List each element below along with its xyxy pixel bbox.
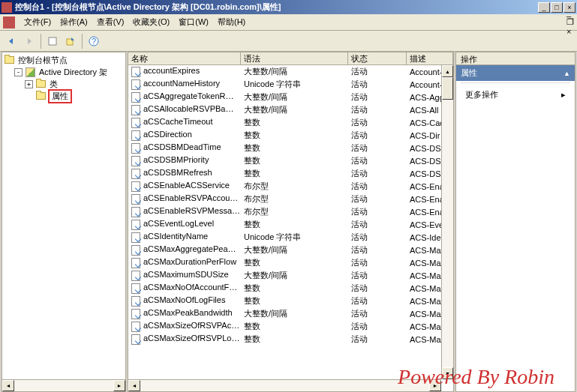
list-item[interactable]: aCSAllocableRSVPBa…大整数/间隔活动ACS-All [128, 103, 453, 116]
action-title-label: 属性 [461, 67, 477, 79]
cell-name: aCSMaxNoOfLogFiles [143, 295, 225, 304]
list-item[interactable]: aCSEnableACSService布尔型活动ACS-Ena [128, 180, 453, 193]
folder-icon [4, 55, 14, 65]
list-item[interactable]: aCSMaximumSDUSize大整数/间隔活动ACS-Max [128, 269, 453, 282]
cell-syntax: 整数 [241, 257, 348, 268]
tree-hscroll[interactable]: ◄ ► [2, 379, 125, 391]
col-desc[interactable]: 描述 [407, 52, 453, 64]
attribute-icon [131, 181, 142, 192]
cell-syntax: 布尔型 [241, 181, 348, 192]
tree-attributes-label: 属性 [50, 91, 70, 100]
list-item[interactable]: aCSMaxSizeOfRSVPAc…整数活动ACS-Max [128, 320, 453, 333]
col-syntax[interactable]: 语法 [241, 52, 348, 64]
menu-view[interactable]: 查看(V) [92, 15, 129, 29]
list-item[interactable]: aCSEventLogLevel整数活动ACS-Eve [128, 218, 453, 231]
cell-name: aCSMaxNoOfAccountF… [143, 283, 237, 292]
cell-status: 活动 [348, 334, 407, 345]
collapse-icon[interactable]: - [14, 68, 23, 76]
tree-root[interactable]: 控制台根节点 [4, 54, 124, 66]
list-item[interactable]: aCSCacheTimeout整数活动ACS-Cac [128, 116, 453, 129]
cell-name: accountExpires [143, 66, 200, 75]
menu-action[interactable]: 操作(A) [56, 15, 92, 29]
list-item[interactable]: aCSEnableRSVPMessa…布尔型活动ACS-Ena [128, 205, 453, 218]
list-item[interactable]: aCSDirection整数活动ACS-Dir [128, 129, 453, 142]
scroll-left-icon[interactable]: ◄ [128, 380, 140, 391]
scroll-up-icon[interactable]: ▲ [442, 65, 453, 77]
menu-help[interactable]: 帮助(H) [213, 15, 250, 29]
cell-status: 活动 [348, 91, 407, 103]
list-item[interactable]: accountNameHistoryUnicode 字符串活动Account- [128, 78, 453, 91]
attribute-icon [131, 207, 142, 217]
toolbar: ? [0, 31, 577, 52]
list-item[interactable]: aCSAggregateTokenR…大整数/间隔活动ACS-Agg [128, 91, 453, 103]
list-item[interactable]: aCSMaxNoOfLogFiles整数活动ACS-Max [128, 295, 453, 307]
cell-status: 活动 [348, 270, 407, 281]
child-close-button[interactable]: × [566, 27, 574, 36]
list-item[interactable]: aCSMaxSizeOfRSVPLo…整数活动ACS-Max [128, 333, 453, 346]
cell-syntax: 布尔型 [241, 193, 348, 205]
action-more-label: 更多操作 [465, 89, 498, 100]
action-title[interactable]: 属性 ▲ [456, 65, 575, 81]
minimize-button[interactable]: _ [538, 2, 550, 13]
folder-icon [35, 91, 46, 101]
cell-status: 活动 [348, 142, 407, 154]
child-restore-button[interactable]: ❐ [566, 17, 574, 27]
scroll-right-icon[interactable]: ► [429, 380, 441, 391]
list-item[interactable]: aCSIdentityNameUnicode 字符串活动ACS-Ide [128, 231, 453, 244]
app-icon [2, 2, 12, 13]
scroll-down-icon[interactable]: ▼ [442, 367, 453, 379]
cell-status: 活动 [348, 168, 407, 179]
cell-status: 活动 [348, 321, 407, 332]
list-item[interactable]: aCSDSBMRefresh整数活动ACS-DSB [128, 167, 453, 180]
cell-syntax: 整数 [241, 321, 348, 332]
cell-status: 活动 [348, 206, 407, 217]
cell-syntax: 布尔型 [241, 206, 348, 217]
list-item[interactable]: aCSEnableRSVPAccou…布尔型活动ACS-Ena [128, 193, 453, 205]
menu-file[interactable]: 文件(F) [20, 15, 56, 29]
attribute-icon [131, 258, 142, 268]
attribute-icon [131, 245, 142, 256]
back-button[interactable] [3, 33, 20, 49]
export-button[interactable] [62, 33, 79, 49]
scroll-left-icon[interactable]: ◄ [2, 380, 14, 391]
new-button[interactable] [44, 33, 61, 49]
list-hscroll[interactable]: ◄ ► [128, 379, 441, 391]
cell-syntax: 大整数/间隔 [241, 270, 348, 281]
attribute-icon [131, 232, 142, 243]
cell-name: aCSEnableRSVPAccou… [143, 193, 238, 202]
list-item[interactable]: aCSMaxNoOfAccountF…整数活动ACS-Max [128, 282, 453, 295]
cell-status: 活动 [348, 232, 407, 243]
attribute-icon [131, 105, 142, 115]
attribute-icon [131, 334, 142, 345]
scroll-thumb[interactable] [442, 77, 453, 100]
tree-attributes[interactable]: 属性 [4, 90, 124, 102]
menu-favorites[interactable]: 收藏夹(O) [128, 15, 174, 29]
action-more[interactable]: 更多操作 ▸ [456, 85, 575, 105]
forward-button[interactable] [21, 33, 38, 49]
list-item[interactable]: aCSMaxPeakBandwidth大整数/间隔活动ACS-Max [128, 307, 453, 320]
list-item[interactable]: aCSDSBMDeadTime整数活动ACS-DSB [128, 142, 453, 154]
list-item[interactable]: aCSMaxDurationPerFlow整数活动ACS-Max [128, 256, 453, 269]
cell-status: 活动 [348, 219, 407, 230]
cell-status: 活动 [348, 244, 407, 256]
tree-ad[interactable]: - Active Directory 架 [4, 66, 124, 78]
cell-syntax: 整数 [241, 142, 348, 154]
attribute-icon [131, 156, 142, 166]
help-button[interactable]: ? [86, 33, 102, 49]
list-item[interactable]: aCSMaxAggregatePea…大整数/间隔活动ACS-Max [128, 244, 453, 256]
cell-name: aCSCacheTimeout [143, 117, 213, 126]
maximize-button[interactable]: □ [551, 2, 563, 13]
list-item[interactable]: aCSDSBMPriority整数活动ACS-DSB [128, 154, 453, 167]
ad-icon [25, 67, 35, 77]
child-minimize-button[interactable]: _ [566, 8, 574, 17]
col-name[interactable]: 名称 [128, 52, 241, 64]
cell-name: aCSEnableRSVPMessa… [143, 206, 240, 215]
cell-name: aCSAllocableRSVPBa… [143, 104, 233, 113]
chevron-right-icon: ▸ [561, 90, 566, 100]
scroll-right-icon[interactable]: ► [113, 380, 125, 391]
list-item[interactable]: accountExpires大整数/间隔活动Account- [128, 65, 453, 78]
col-status[interactable]: 状态 [348, 52, 407, 64]
menu-window[interactable]: 窗口(W) [174, 15, 213, 29]
list-vscroll[interactable]: ▲ ▼ [441, 65, 453, 379]
expand-icon[interactable]: + [25, 80, 33, 88]
